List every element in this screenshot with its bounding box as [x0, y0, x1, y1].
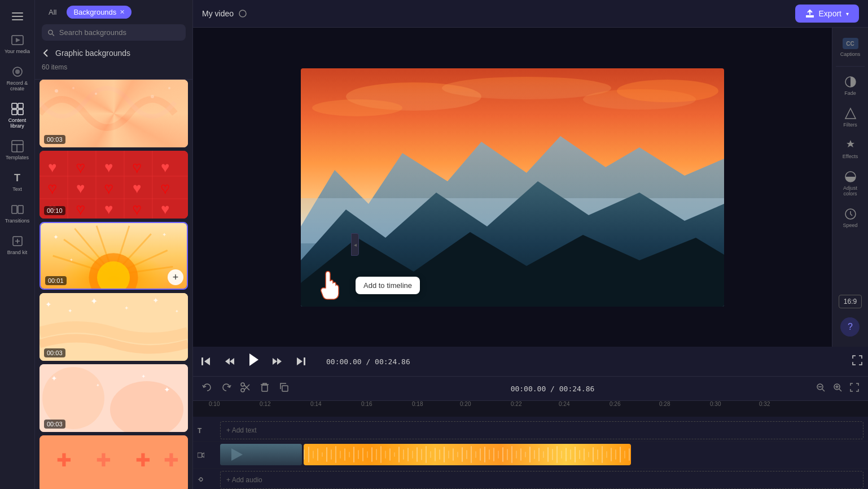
svg-rect-123 — [304, 449, 305, 460]
delete-button[interactable] — [257, 380, 272, 397]
right-panel-adjust-colors[interactable]: Adjustcolors — [835, 166, 866, 201]
skip-back-button[interactable] — [199, 354, 213, 369]
playback-controls: 00:00.00 / 00:24.86 — [193, 347, 868, 376]
svg-rect-182 — [570, 449, 571, 460]
svg-text:✦: ✦ — [152, 296, 159, 305]
video-options-icon — [238, 9, 247, 18]
sidebar: Your media Record &create Contentlibrary… — [0, 0, 35, 489]
panel-back-button[interactable]: Graphic backgrounds — [42, 44, 186, 61]
svg-text:♥: ♥ — [161, 180, 169, 197]
svg-text:♥: ♥ — [76, 200, 85, 217]
tab-all[interactable]: All — [42, 6, 63, 19]
svg-rect-180 — [561, 451, 562, 459]
timeline-area: 00:00.00 / 00:24.86 0:10 0:12 — [193, 376, 868, 489]
rewind-button[interactable] — [222, 354, 237, 369]
svg-rect-195 — [629, 448, 630, 461]
panel-collapse-button[interactable]: ◂ — [351, 233, 359, 256]
timeline-toolbar: 00:00.00 / 00:24.86 — [193, 377, 868, 401]
cut-button[interactable] — [238, 380, 253, 397]
svg-rect-134 — [353, 447, 354, 462]
sidebar-item-brand-kit[interactable]: Brand kit — [2, 230, 33, 260]
transitions-icon — [11, 203, 24, 216]
sidebar-item-templates[interactable]: Templates — [2, 136, 33, 165]
zoom-in-button[interactable] — [831, 381, 844, 396]
add-to-timeline-button[interactable]: + — [168, 269, 183, 285]
svg-rect-154 — [444, 447, 445, 462]
svg-point-104 — [241, 388, 244, 392]
duplicate-button[interactable] — [277, 380, 291, 397]
backgrounds-panel: All Backgrounds ✕ Graphic backgrounds 60… — [35, 0, 193, 489]
search-box[interactable] — [42, 24, 186, 41]
panel-back-label: Graphic backgrounds — [55, 49, 130, 58]
ruler-mark-4: 0:18 — [412, 401, 423, 407]
sidebar-item-record[interactable]: Record &create — [2, 61, 33, 96]
fit-timeline-button[interactable] — [848, 381, 861, 396]
right-panel-captions[interactable]: CC Captions — [835, 33, 866, 62]
svg-text:♥: ♥ — [104, 200, 113, 217]
fullscreen-button[interactable] — [852, 355, 862, 368]
svg-rect-185 — [584, 448, 585, 461]
svg-rect-175 — [538, 448, 540, 461]
right-panel-fade[interactable]: Fade — [835, 71, 866, 101]
video-clip-dark[interactable] — [220, 444, 302, 465]
search-input[interactable] — [59, 28, 180, 37]
svg-text:✦: ✦ — [51, 374, 58, 383]
svg-rect-163 — [484, 447, 485, 462]
sidebar-item-menu[interactable] — [2, 6, 33, 27]
background-item-1[interactable]: 00:03 — [40, 80, 188, 147]
background-item-3[interactable]: ⋯ — [40, 222, 188, 290]
background-item-6[interactable]: ✚ ✚ ✚ ✚ — [40, 435, 188, 489]
add-audio-button[interactable]: + Add audio — [220, 471, 863, 489]
tab-close-icon[interactable]: ✕ — [120, 8, 125, 16]
ruler-mark-11: 0:32 — [759, 401, 770, 407]
redo-button[interactable] — [219, 380, 234, 397]
menu-icon — [11, 10, 24, 23]
svg-rect-173 — [529, 447, 531, 462]
video-clip-orange[interactable] — [304, 444, 631, 465]
add-text-button[interactable]: + Add text — [220, 421, 863, 439]
filters-icon — [844, 107, 857, 120]
background-item-4[interactable]: ✦ ✦ ✦ ✦ ✦ ✦ 00:03 — [40, 293, 188, 361]
record-icon — [11, 66, 24, 78]
svg-marker-96 — [204, 357, 210, 365]
fast-forward-button[interactable] — [270, 354, 284, 369]
svg-rect-139 — [376, 449, 377, 460]
svg-rect-10 — [18, 110, 23, 115]
search-icon — [47, 29, 55, 37]
export-button[interactable]: Export ▾ — [795, 5, 859, 23]
svg-text:✦: ✦ — [69, 257, 73, 263]
svg-rect-160 — [471, 446, 472, 463]
media-icon — [11, 34, 24, 46]
help-button[interactable]: ? — [840, 317, 860, 337]
templates-icon — [11, 140, 24, 152]
svg-marker-101 — [277, 358, 282, 365]
right-panel-filters[interactable]: Filters — [835, 103, 866, 132]
preview-area — [193, 28, 832, 347]
video-track-row — [193, 442, 868, 469]
sidebar-item-your-media[interactable]: Your media — [2, 29, 33, 59]
undo-button[interactable] — [200, 380, 214, 397]
zoom-out-button[interactable] — [814, 381, 827, 396]
skip-forward-button[interactable] — [293, 354, 308, 369]
svg-rect-161 — [475, 451, 476, 458]
sidebar-item-transitions[interactable]: Transitions — [2, 199, 33, 228]
text-track-content: + Add text — [220, 421, 863, 439]
sidebar-item-content-library[interactable]: Contentlibrary — [2, 98, 33, 133]
svg-point-23 — [151, 95, 154, 98]
background-item-5[interactable]: ✦ ✦ ✦ ✦ 00:03 — [40, 364, 188, 432]
background-item-2[interactable]: ♥ ♥ ♥ ♥ ♥ ♥ ♥ ♥ ♥ ♥ ♥ ♥ ♥ ♥ ♥ — [40, 151, 188, 219]
aspect-ratio-box[interactable]: 16:9 — [839, 295, 862, 308]
right-panel-speed[interactable]: Speed — [835, 203, 866, 233]
sidebar-item-text[interactable]: T Text — [2, 167, 33, 197]
svg-rect-168 — [507, 449, 508, 460]
svg-point-86 — [617, 80, 718, 102]
right-panel-effects[interactable]: Effects — [835, 134, 866, 164]
ruler-mark-1: 0:12 — [260, 401, 270, 407]
svg-rect-1 — [12, 16, 23, 17]
play-pause-button[interactable] — [246, 352, 261, 370]
brand-kit-icon — [11, 235, 24, 247]
svg-rect-171 — [520, 448, 521, 461]
right-panel: CC Captions Fade Filters Effects — [832, 28, 868, 347]
tab-backgrounds[interactable]: Backgrounds ✕ — [67, 6, 131, 19]
svg-rect-157 — [457, 452, 458, 457]
